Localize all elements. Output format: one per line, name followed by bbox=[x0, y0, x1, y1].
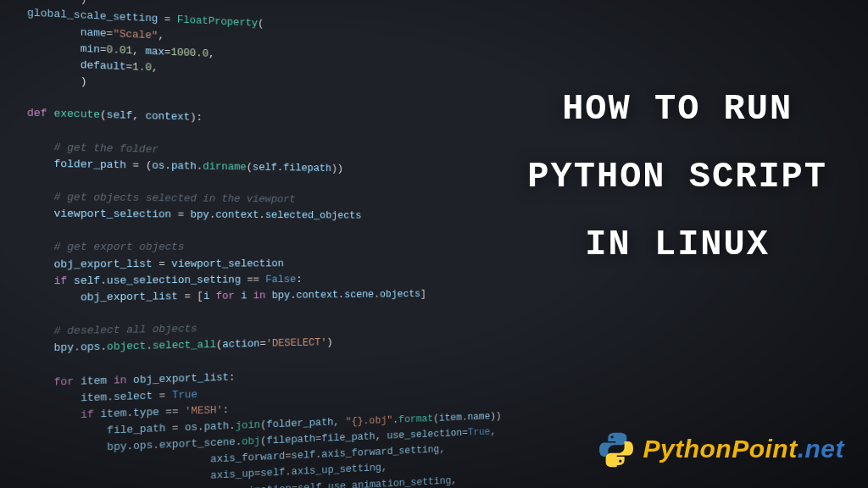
brand-badge: PythonPoint.net bbox=[598, 430, 845, 468]
brand-text: PythonPoint.net bbox=[643, 435, 845, 463]
headline-line-2: PYTHON SCRIPT bbox=[527, 144, 827, 212]
brand-name: PythonPoint bbox=[643, 435, 798, 463]
python-logo-icon bbox=[598, 430, 635, 468]
headline-line-1: HOW TO RUN bbox=[527, 76, 827, 144]
brand-tld: .net bbox=[798, 435, 844, 463]
headline: HOW TO RUN PYTHON SCRIPT IN LINUX bbox=[527, 76, 827, 279]
headline-line-3: IN LINUX bbox=[527, 212, 827, 280]
